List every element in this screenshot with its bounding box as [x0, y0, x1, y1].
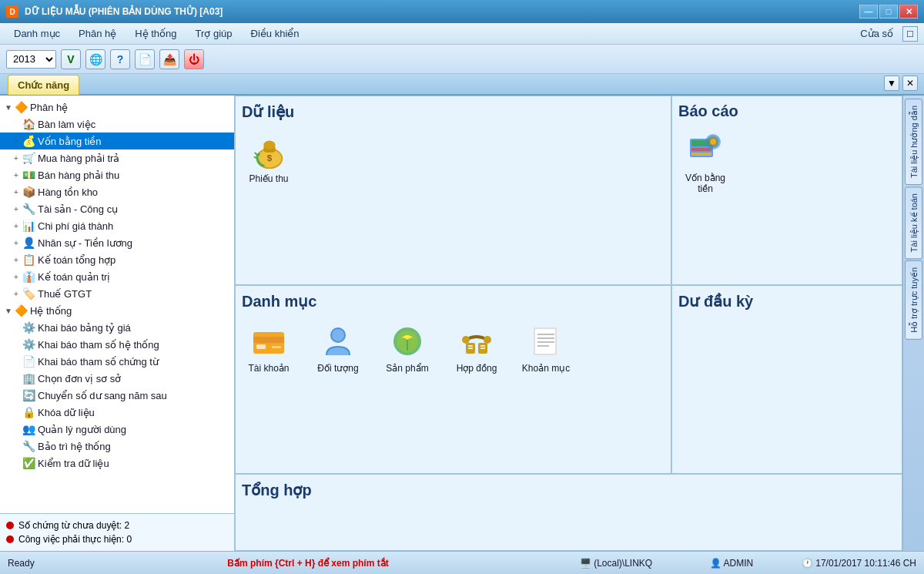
tree-chuyensodunam[interactable]: 🔄 Chuyển số dư sang năm sau [0, 387, 234, 404]
menu-phanhe[interactable]: Phân hệ [71, 25, 124, 42]
svg-rect-14 [253, 337, 284, 343]
phieuthu-icon: $ [250, 133, 287, 170]
hopdong-icon [458, 323, 495, 360]
vonbangtiern-bc-item[interactable]: Vốn bằng tiền [678, 133, 732, 194]
tree-nhansu[interactable]: + 👤 Nhân sự - Tiền lương [0, 234, 234, 251]
expand-icon: + [11, 239, 22, 247]
expand-icon: + [11, 205, 22, 213]
tree-khaibaoty[interactable]: ⚙️ Khai báo bảng tỷ giá [0, 319, 234, 336]
sanpham-item[interactable]: Sản phẩm [380, 323, 434, 374]
cuaso-button[interactable]: □ [902, 26, 918, 42]
tree-kiemtradu[interactable]: ✅ Kiểm tra dữ liệu [0, 455, 234, 472]
chiphi-icon: 📊 [22, 219, 35, 233]
congviec-label: Công việc phải thực hiện: 0 [18, 534, 132, 545]
khoanmuc-item[interactable]: Khoản mục [519, 323, 573, 374]
tree-thuegtgt[interactable]: + 🏷️ Thuế GTGT [0, 285, 234, 302]
network-icon-btn[interactable]: 🌐 [85, 49, 105, 69]
tree-quanlynd[interactable]: 👥 Quản lý người dùng [0, 421, 234, 438]
rs-tab-ketoan[interactable]: Tài liệu kế toán [905, 186, 922, 259]
hethong-label: Hệ thống [30, 305, 72, 317]
expand-icon: ▼ [3, 103, 14, 112]
taikhoan-label: Tài khoản [248, 363, 289, 374]
tree-chiphi[interactable]: + 📊 Chi phí giá thành [0, 217, 234, 234]
sidebar-bottom: Số chứng từ chưa duyệt: 2 Công việc phải… [0, 513, 234, 551]
tab-close-btn[interactable]: ✕ [902, 76, 918, 91]
tree-baotrihe[interactable]: 🔧 Bảo trì hệ thống [0, 438, 234, 455]
v-button[interactable]: V [61, 49, 81, 69]
hangtonkho-label: Hàng tồn kho [38, 186, 98, 198]
expand-icon: + [11, 188, 22, 196]
hopdong-item[interactable]: Hợp đồng [450, 323, 504, 374]
banhang-icon: 💵 [22, 168, 35, 182]
status-ready: Ready [8, 558, 69, 569]
vonbangtiern-bc-icon [687, 133, 724, 170]
expand-icon: + [11, 256, 22, 264]
tree-banhang[interactable]: + 💵 Bán hàng phải thu [0, 166, 234, 183]
expand-icon: + [11, 154, 22, 163]
rs-tab-huongdan[interactable]: Tài liệu hướng dẫn [905, 99, 922, 185]
muahang-label: Mua hàng phải trả [38, 153, 119, 164]
phieuthu-item[interactable]: $ Phiếu thu [242, 133, 296, 184]
svg-rect-7 [691, 148, 711, 151]
menu-danhmuc[interactable]: Danh mục [6, 25, 68, 42]
doituong-label: Đối tượng [317, 363, 358, 374]
year-dropdown[interactable]: 2013 2014 2015 2016 2017 [6, 50, 56, 69]
expand-icon: ▼ [3, 307, 14, 315]
tree-hangtonkho[interactable]: + 📦 Hàng tồn kho [0, 183, 234, 200]
right-sidebar: Tài liệu hướng dẫn Tài liệu kế toán Hỗ t… [902, 96, 924, 551]
export-icon-btn[interactable]: 📤 [159, 49, 179, 69]
khoadu-label: Khóa dữ liệu [38, 407, 95, 418]
chuyensodunam-label: Chuyển số dư sang năm sau [38, 390, 167, 401]
maximize-button[interactable]: □ [879, 5, 898, 18]
red-dot-2 [6, 535, 14, 543]
menu-trogiup[interactable]: Trợ giúp [188, 25, 240, 42]
close-button[interactable]: ✕ [899, 5, 918, 18]
tree-khaibaosoct[interactable]: 📄 Khai báo tham số chứng từ [0, 353, 234, 370]
tab-pin-btn[interactable]: ▼ [884, 76, 899, 91]
sanpham-label: Sản phẩm [386, 363, 428, 374]
svg-point-3 [263, 141, 275, 150]
tab-bar: Chức năng ▼ ✕ [0, 74, 924, 96]
expand-icon: + [11, 137, 22, 146]
tree-khoadu[interactable]: 🔒 Khóa dữ liệu [0, 404, 234, 421]
rs-tab-hotro[interactable]: Hỗ trợ trực tuyến [905, 260, 922, 340]
datetime-label: 17/01/2017 10:11:46 CH [815, 558, 916, 569]
tree-vonbangtiern[interactable]: + 💰 Vốn bằng tiền [0, 133, 234, 149]
taikhoan-item[interactable]: Tài khoản [242, 323, 296, 374]
tree-chondviso[interactable]: 🏢 Chọn đơn vị sơ sở [0, 370, 234, 387]
expand-icon: + [11, 222, 22, 230]
minimize-button[interactable]: — [859, 5, 878, 18]
tree-phanhe-root[interactable]: ▼ 🔶 Phân hệ [0, 99, 234, 116]
tree-taisan[interactable]: + 🔧 Tài sản - Công cụ [0, 200, 234, 217]
svg-rect-15 [256, 344, 266, 349]
tree-hethong-root[interactable]: ▼ 🔶 Hệ thống [0, 302, 234, 319]
svg-point-22 [484, 336, 491, 344]
tree-banlam[interactable]: 🏠 Bàn làm việc [0, 116, 234, 133]
khaibaoty-label: Khai báo bảng tỷ giá [38, 322, 131, 334]
menu-hethong[interactable]: Hệ thống [127, 25, 184, 42]
khoanmuc-label: Khoản mục [522, 363, 570, 374]
ketoantonghop-label: Kế toán tổng hợp [38, 254, 116, 266]
user-icon: 👤 [710, 558, 724, 569]
chucnang-tab[interactable]: Chức năng [8, 75, 79, 95]
tree-khaibaoham[interactable]: ⚙️ Khai báo tham số hệ thống [0, 336, 234, 353]
baocao-icons: Vốn bằng tiền [678, 126, 896, 200]
tree-muahang[interactable]: + 🛒 Mua hàng phải trả [0, 149, 234, 166]
doc-icon-btn[interactable]: 📄 [135, 49, 155, 69]
exit-icon-btn[interactable]: ⏻ [184, 49, 204, 69]
tree-ketoanquantri[interactable]: + 👔 Kế toán quản trị [0, 268, 234, 285]
help-icon-btn[interactable]: ? [110, 49, 130, 69]
khaibaosoct-label: Khai báo tham số chứng từ [38, 356, 159, 368]
menu-dieukien[interactable]: Điều khiển [243, 25, 307, 42]
baocao-title: Báo cáo [678, 102, 896, 120]
status-user: 👤 ADMIN [685, 558, 778, 569]
chondviso-icon: 🏢 [22, 371, 35, 385]
taisan-icon: 🔧 [22, 202, 35, 216]
vonbangtiern-bc-label: Vốn bằng tiền [678, 173, 732, 194]
danhmuc-panel: Danh mục Tài khoản [235, 285, 671, 475]
hangtonkho-icon: 📦 [22, 185, 35, 199]
doituong-item[interactable]: Đối tượng [311, 323, 365, 374]
tree-ketoantonghop[interactable]: + 📋 Kế toán tổng hợp [0, 251, 234, 268]
khoanmuc-icon [527, 323, 564, 360]
baocao-panel: Báo cáo [671, 96, 902, 285]
